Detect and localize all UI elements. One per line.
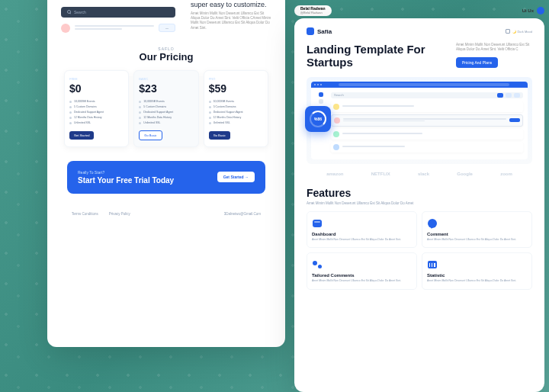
footer: Terms Conditions Privacy Policy 3Dalnetw…: [61, 212, 271, 216]
panel-left: Amet Minim Mollit Non Deserunt Ullamco E…: [47, 0, 285, 347]
feature-list: 10,000GB Events 5 Custom Domains Dedicat…: [69, 99, 124, 126]
brand-icon: [307, 27, 314, 35]
hero-lorem: Amet Minim Mollit Non Deserunt Ullamco E…: [456, 43, 532, 53]
top-header: Belal Radwan @Belal Radwan Ui Ux: [294, 5, 544, 17]
feature-item: Unlimited SSL: [69, 120, 124, 126]
pricing-grid: FREE $0 10,000GB Events 5 Custom Domains…: [61, 70, 271, 147]
dashboard-mockup: %86 Search: [307, 77, 532, 164]
nav-icon[interactable]: [319, 92, 323, 97]
dash-search-input[interactable]: Search: [331, 92, 523, 98]
feature-item: 12 Months Data History: [139, 115, 193, 120]
feature-card-tailored: Tailored Comments Amet Minim Mollit Non …: [307, 252, 417, 290]
hero-cta-button[interactable]: Pricing And Plans: [456, 57, 498, 68]
cta-banner: Really To Start? Start Your Free Trial T…: [67, 161, 265, 194]
logo-zoom: zoom: [500, 172, 512, 176]
action-button[interactable]: [497, 93, 503, 98]
nav-icon[interactable]: [319, 99, 323, 104]
list-item[interactable]: [331, 142, 523, 153]
footer-email[interactable]: 3Dalnetwo@Gmail.Com: [224, 212, 261, 216]
logos-row: amazon NETFLIX slack Google zoom: [307, 172, 532, 176]
user-handle: @Belal Radwan: [300, 11, 326, 14]
feature-item: 5 Custom Domains: [69, 104, 124, 110]
feature-item: 5 Custom Domains: [139, 104, 193, 110]
feature-desc: Amet Minim Mollit Non Deserunt Ullamco E…: [427, 238, 527, 242]
customize-lorem: Amet Minim Mollit Non Deserunt Ullamco E…: [191, 11, 271, 31]
price-value: $0: [69, 82, 124, 95]
price-value: $59: [209, 82, 263, 95]
footer-terms-link[interactable]: Terms Conditions: [72, 212, 98, 216]
progress-value: %86: [310, 111, 326, 127]
list-item[interactable]: [331, 101, 523, 112]
search-placeholder: Search: [74, 10, 86, 14]
logo-slack: slack: [418, 172, 429, 176]
user-chip[interactable]: Belal Radwan @Belal Radwan: [294, 5, 332, 16]
comment-icon: [427, 218, 438, 229]
price-tier: FREE: [69, 77, 124, 81]
plan-button[interactable]: Go Basic: [139, 130, 162, 140]
url-bar: [339, 83, 509, 86]
panel-right: Safia 🌙 Dark Mood Landing Template For S…: [294, 18, 544, 392]
item-action-button[interactable]: —: [159, 24, 175, 32]
cta-button[interactable]: Get Started →: [217, 172, 255, 182]
feature-list: 10,000GB Events 5 Custom Domains Dedicat…: [139, 99, 193, 126]
features-grid: Dashboard Amet Minim Mollit Non Deserunt…: [307, 211, 532, 290]
cta-pretitle: Really To Start?: [78, 170, 174, 175]
feature-item: 5 Custom Domains: [209, 104, 263, 110]
uiux-avatar-icon: [537, 7, 544, 14]
feature-item: 12 Months Data History: [69, 115, 124, 120]
avatar-icon: [61, 24, 70, 33]
price-card-free: FREE $0 10,000GB Events 5 Custom Domains…: [64, 70, 129, 147]
dashboard-icon: [312, 218, 323, 229]
feature-item: 10,000GB Events: [209, 99, 263, 104]
feature-card-statistic: Statistic Amet Minim Mollit Non Deserunt…: [422, 252, 532, 290]
features-subtitle: Amet Minim Mollit Non Deserunt Ullamco E…: [307, 201, 442, 205]
tailored-icon: [312, 259, 323, 270]
logo-netflix: NETFLIX: [371, 172, 390, 176]
feature-title: Tailored Comments: [312, 273, 412, 278]
search-input[interactable]: Search: [61, 7, 175, 18]
logo-amazon: amazon: [326, 172, 343, 176]
feature-title: Comment: [427, 232, 527, 236]
plan-button[interactable]: Go Basic: [209, 131, 230, 140]
progress-badge: %86: [305, 106, 331, 132]
feature-item: Unlimited SSL: [209, 120, 263, 126]
feature-desc: Amet Minim Mollit Non Deserunt Ullamco E…: [312, 238, 412, 242]
price-card-basic: BASIC $23 10,000GB Events 5 Custom Domai…: [133, 70, 198, 147]
feature-list: 10,000GB Events 5 Custom Domains Dedicat…: [209, 99, 263, 126]
hero-title: Landing Template For Startups: [307, 43, 447, 69]
uiux-tag: Ui Ux: [522, 7, 544, 14]
feature-item: Dedicated Support Agent: [209, 110, 263, 115]
dark-mode-toggle[interactable]: 🌙 Dark Mood: [506, 29, 532, 34]
customize-title: super easy to customize.: [191, 1, 271, 8]
feature-desc: Amet Minim Mollit Non Deserunt Ullamco E…: [312, 279, 412, 283]
feature-card-dashboard: Dashboard Amet Minim Mollit Non Deserunt…: [307, 211, 417, 249]
statistic-icon: [427, 259, 438, 270]
brand-row: Safia 🌙 Dark Mood: [307, 27, 532, 35]
feature-title: Statistic: [427, 273, 527, 278]
logo-google: Google: [457, 172, 473, 176]
feature-item: Dedicated Support Agent: [139, 110, 193, 115]
item-btn[interactable]: [509, 118, 520, 122]
price-tier: PRO: [209, 77, 263, 81]
cta-title: Start Your Free Trial Today: [78, 176, 174, 185]
browser-chrome: [311, 82, 528, 88]
footer-privacy-link[interactable]: Privacy Policy: [109, 212, 130, 216]
list-item[interactable]: [331, 129, 523, 140]
action-button[interactable]: [506, 93, 512, 98]
action-button[interactable]: [514, 93, 520, 98]
plan-button[interactable]: Get Started: [69, 131, 94, 140]
feature-item: 10,000GB Events: [69, 99, 124, 104]
price-value: $23: [139, 82, 193, 95]
list-item[interactable]: [331, 114, 523, 127]
price-tier: BASIC: [139, 77, 193, 81]
brand-name: Safia: [317, 28, 332, 35]
features-title: Features: [307, 187, 532, 199]
feature-item: 12 Months Data History: [209, 115, 263, 120]
pricing-title: Our Pricing: [61, 51, 271, 63]
search-icon: [67, 10, 71, 14]
price-card-pro: PRO $59 10,000GB Events 5 Custom Domains…: [204, 70, 268, 147]
feature-item: Dedicated Support Agent: [69, 110, 124, 115]
feature-desc: Amet Minim Mollit Non Deserunt Ullamco E…: [427, 279, 527, 283]
feature-item: 10,000GB Events: [139, 99, 193, 104]
feature-title: Dashboard: [312, 232, 412, 236]
